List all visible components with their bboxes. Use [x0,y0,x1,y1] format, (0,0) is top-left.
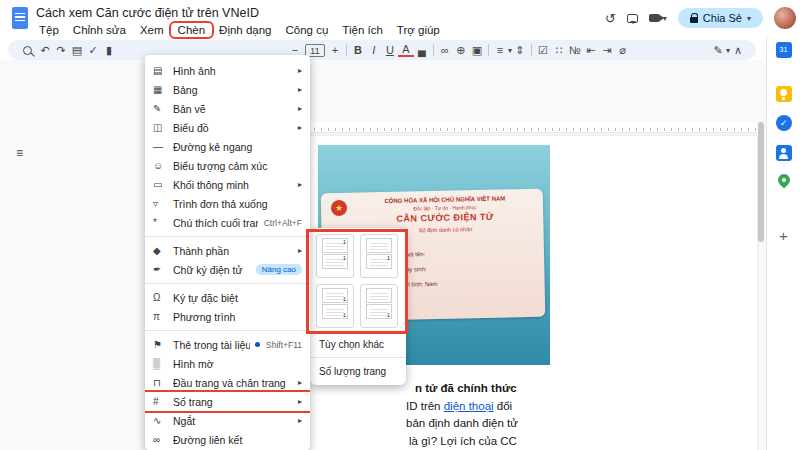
document-title[interactable]: Cách xem Căn cước điện tử trên VNeID [36,6,259,20]
bulleted-list-icon[interactable]: ∷ [551,45,567,56]
avatar[interactable] [774,7,796,29]
insert-menu-item-duong-lien-ket[interactable]: ∞ Đường liên kết [145,430,310,449]
contacts-icon[interactable] [776,145,792,161]
insert-menu-item-khoi-thong-minh[interactable]: ▭ Khối thông minh ▸ [145,175,310,194]
horizontal-ruler[interactable] [237,122,757,133]
undo-icon[interactable]: ↶ [37,45,53,56]
insert-menu-item-bieu-do[interactable]: ◫ Biểu đồ ▸ [145,118,310,137]
special-characters-icon: Ω [153,292,173,303]
insert-image-icon[interactable]: ▣ [469,45,485,56]
insert-menu-item-ban-ve[interactable]: ✎ Bản vẽ ▸ [145,99,310,118]
indent-increase-icon[interactable]: ⇥ [599,45,615,56]
page-number-option-footer-all-pages[interactable]: 1 1 [316,284,354,328]
menu-divider [145,283,310,284]
page-number-options-grid: 1 1 1 1 1 1 [310,228,406,334]
page-number-option-footer-from-second-page[interactable]: 1 [360,284,398,328]
numbered-list-icon[interactable]: № [567,45,583,56]
scrollbar-thumb[interactable] [758,122,764,242]
link-icon: ∞ [153,434,173,445]
version-history-icon[interactable]: ↺ [605,12,616,25]
page-number-option-header-all-pages[interactable]: 1 1 [316,234,354,278]
clear-formatting-icon[interactable]: ⌀ [615,45,631,56]
add-comment-icon[interactable]: ⊕ [453,45,469,56]
line-spacing-icon[interactable]: ⇕ [512,45,528,56]
keep-icon[interactable] [776,86,792,102]
submenu-arrow-icon: ▸ [298,104,302,113]
document-outline-icon[interactable]: ≡ [16,146,23,160]
shortcut-label: Ctrl+Alt+F [264,218,302,228]
page-count-option[interactable]: Số lượng trang [310,361,406,381]
align-icon[interactable]: ≡ [492,45,508,56]
insert-menu-item-the-trong-tai-lieu[interactable]: ⚑ Thẻ trong tài liệu Shift+F11 [145,335,310,354]
menubar-item-chinh-sua[interactable]: Chỉnh sửa [66,23,133,37]
menubar-item-cong-cu[interactable]: Công cụ [279,23,336,37]
menubar-item-tro-giup[interactable]: Trợ giúp [390,23,447,37]
menubar-item-tien-ich[interactable]: Tiện ích [335,23,389,37]
add-addon-icon[interactable]: + [779,228,788,243]
page-number-more-options[interactable]: Tùy chọn khác [310,334,406,354]
menu-divider [145,330,310,331]
meet-button[interactable]: ▾ [649,14,667,23]
menu-divider [310,357,406,358]
footnote-icon: * [153,217,173,228]
editing-mode-icon[interactable]: ✎ [710,45,726,56]
menubar-item-dinh-dang[interactable]: Định dạng [212,23,278,37]
font-size-decrease-icon[interactable]: − [287,45,303,56]
font-size-increase-icon[interactable]: + [327,45,343,56]
menubar-item-chen[interactable]: Chèn [171,23,213,37]
lock-icon [690,17,698,23]
titlebar: Cách xem Căn cước điện tử trên VNeID Tệp… [0,0,800,38]
insert-menu-item-trinh-don-tha-xuong[interactable]: ▿ Trình đơn thả xuống [145,194,310,213]
header-footer-icon: ⊓ [153,377,173,388]
insert-menu-item-thanh-phan[interactable]: ◆ Thành phần ▸ [145,241,310,260]
insert-menu-item-chu-thich-cuoi-trang[interactable]: * Chú thích cuối trang Ctrl+Alt+F [145,213,310,232]
chevron-down-icon: ▾ [747,14,751,23]
search-icon[interactable] [23,46,32,55]
submenu-arrow-icon: ▸ [298,123,302,132]
insert-menu-item-ky-tu-dac-biet[interactable]: Ω Ký tự đặc biệt [145,288,310,307]
insert-menu-item-duong-ke-ngang[interactable]: — Đường kẻ ngang [145,137,310,156]
collapse-menus-icon[interactable]: ∧ [730,45,746,56]
scrollbar[interactable] [758,122,764,450]
insert-menu-item-hinh-anh[interactable]: ▤ Hình ảnh ▸ [145,61,310,80]
insert-menu-item-hinh-mo[interactable]: ▒ Hình mờ [145,354,310,373]
paint-format-icon[interactable]: ▮ [101,45,117,56]
spellcheck-icon[interactable]: ✓ [85,45,101,56]
redo-icon[interactable]: ↷ [53,45,69,56]
maps-icon[interactable] [775,172,792,189]
share-button[interactable]: Chia Sẻ ▾ [678,8,763,28]
menubar-item-tep[interactable]: Tệp [32,23,66,37]
insert-menu-item-ngat[interactable]: ∿ Ngắt ▸ [145,411,310,430]
document-tab-icon: ⚑ [153,339,173,350]
indent-decrease-icon[interactable]: ⇤ [583,45,599,56]
bold-icon[interactable]: B [350,45,366,56]
google-docs-window: Cách xem Căn cước điện tử trên VNeID Tệp… [0,0,800,450]
insert-menu-item-dau-trang-va-chan-trang[interactable]: ⊓ Đầu trang và chân trang ▸ [145,373,310,392]
comments-icon[interactable] [627,14,638,23]
insert-menu-item-phuong-trinh[interactable]: π Phương trình [145,307,310,326]
insert-menu-item-bieu-tuong-cam-xuc[interactable]: ☺ Biểu tượng cảm xúc [145,156,310,175]
tasks-icon[interactable]: ✓ [776,115,792,131]
highlight-color-icon[interactable]: ▄ [414,45,430,56]
page-number-option-header-from-second-page[interactable]: 1 [360,234,398,278]
submenu-arrow-icon: ▸ [298,180,302,189]
share-button-label: Chia Sẻ [703,12,742,24]
calendar-icon[interactable]: 31 [776,42,792,58]
hyperlink[interactable]: điện thoại [444,400,494,412]
toolbar-divider [346,44,347,56]
shortcut-label: Shift+F11 [266,340,302,350]
menubar-item-xem[interactable]: Xem [133,23,171,37]
insert-menu-item-bang[interactable]: ▦ Bảng ▸ [145,80,310,99]
text-color-icon[interactable]: A [398,44,414,57]
insert-menu-item-so-trang[interactable]: # Số trang ▸ [145,392,310,411]
side-panel-rail: 31 ✓ + [766,36,800,450]
checklist-icon[interactable]: ☑ [535,45,551,56]
insert-link-icon[interactable]: ∞ [437,45,453,56]
docs-logo-icon[interactable] [12,7,28,29]
insert-menu-item-chu-ky-dien-tu[interactable]: ✒ Chữ ký điện tử Nâng cao [145,260,310,279]
underline-icon[interactable]: U [382,45,398,56]
chart-icon: ◫ [153,122,173,133]
print-icon[interactable]: ▤ [69,45,85,56]
esignature-icon: ✒ [153,264,173,275]
italic-icon[interactable]: I [366,45,382,56]
